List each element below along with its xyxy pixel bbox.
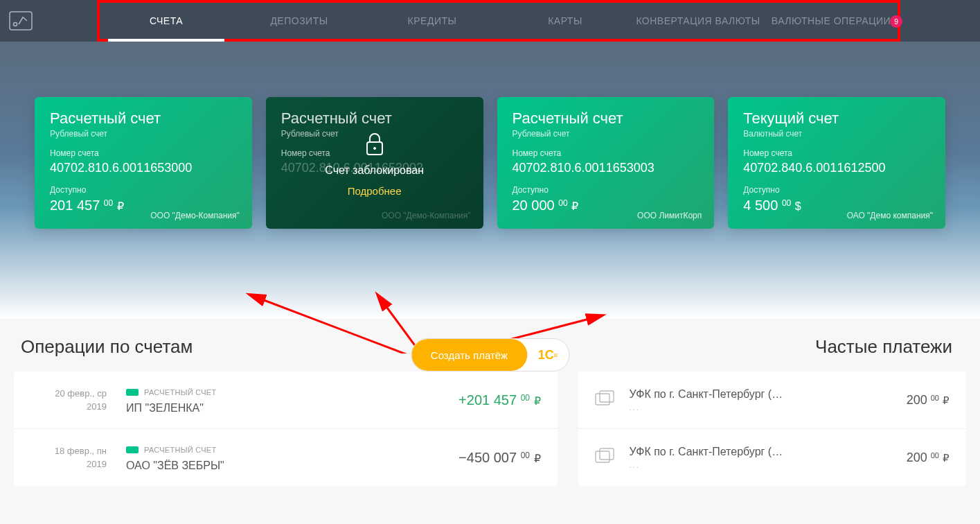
frequent-payee: УФК по г. Санкт-Петербург (… — [630, 446, 907, 458]
nav-currency-conversion[interactable]: КОНВЕРТАЦИЯ ВАЛЮТЫ — [632, 3, 765, 39]
account-number: 40702.810.6.0011653003 — [513, 161, 700, 175]
account-color-badge — [126, 389, 139, 396]
operation-account-type: РАСЧЕТНЫЙ СЧЕТ — [144, 446, 216, 454]
nav-deposits[interactable]: ДЕПОЗИТЫ — [233, 3, 366, 39]
frequent-column: Частые платежи УФК по г. Санкт-Петербург… — [578, 319, 966, 486]
account-company: ОАО "Демо компания" — [847, 211, 933, 220]
nav-cards[interactable]: КАРТЫ — [499, 3, 632, 39]
account-card-3[interactable]: Текущий счет Валютный счет Номер счета 4… — [728, 97, 945, 229]
nav-credits[interactable]: КРЕДИТЫ — [366, 3, 499, 39]
account-title: Расчетный счет — [513, 110, 700, 128]
account-subtitle: Валютный счет — [743, 129, 930, 139]
svg-rect-8 — [596, 394, 609, 405]
available-label: Доступно — [50, 185, 237, 195]
operation-account-type: РАСЧЕТНЫЙ СЧЕТ — [144, 388, 216, 396]
frequent-row[interactable]: УФК по г. Санкт-Петербург (… ... 200 00 … — [578, 429, 966, 486]
account-company: ООО ЛимитКорп — [637, 211, 702, 220]
available-label: Доступно — [743, 185, 930, 195]
account-subtitle: Рублевый счет — [513, 129, 700, 139]
frequent-row[interactable]: УФК по г. Санкт-Петербург (… ... 200 00 … — [578, 372, 966, 429]
operation-amount: −450 007 00 ₽ — [458, 450, 540, 466]
available-label: Доступно — [513, 185, 700, 195]
operation-row[interactable]: 18 февр., пн2019 РАСЧЕТНЫЙ СЧЕТ ОАО "ЗЁВ… — [14, 429, 558, 486]
svg-rect-9 — [600, 391, 614, 402]
blocked-overlay: Счет заблокирован Подробнее — [266, 97, 483, 229]
operation-counterparty: ИП "ЗЕЛЕНКА" — [126, 402, 458, 414]
operation-counterparty: ОАО "ЗЁВ ЗЕБРЫ" — [126, 460, 458, 472]
operation-info: РАСЧЕТНЫЙ СЧЕТ ОАО "ЗЁВ ЗЕБРЫ" — [107, 443, 458, 472]
nav-currency-ops[interactable]: ВАЛЮТНЫЕ ОПЕРАЦИИ — [765, 3, 898, 39]
account-company: ООО "Демо-Компания" — [150, 211, 240, 220]
operations-list: 20 февр., ср2019 РАСЧЕТНЫЙ СЧЕТ ИП "ЗЕЛЕ… — [14, 372, 558, 486]
account-color-badge — [126, 446, 139, 453]
account-subtitle: Рублевый счет — [50, 129, 237, 139]
account-card-1[interactable]: Расчетный счет Рублевый счет Номер счета… — [266, 97, 483, 229]
lock-icon — [360, 130, 389, 159]
account-cards-row: Расчетный счет Рублевый счет Номер счета… — [0, 97, 980, 229]
account-title: Расчетный счет — [50, 110, 237, 128]
create-payment-button[interactable]: Создать платёж — [411, 339, 527, 371]
frequent-amount: 200 00 ₽ — [907, 451, 950, 465]
account-number-label: Номер счета — [743, 148, 930, 158]
svg-point-3 — [373, 147, 375, 149]
frequent-amount: 200 00 ₽ — [907, 393, 950, 408]
operation-row[interactable]: 20 февр., ср2019 РАСЧЕТНЫЙ СЧЕТ ИП "ЗЕЛЕ… — [14, 372, 558, 429]
svg-rect-10 — [596, 451, 609, 462]
blocked-message: Счет заблокирован — [325, 164, 424, 177]
frequent-sub: ... — [630, 461, 907, 469]
payment-icon — [595, 390, 614, 410]
blocked-details-link[interactable]: Подробнее — [348, 185, 402, 197]
account-number-label: Номер счета — [513, 148, 700, 158]
svg-point-1 — [14, 23, 17, 26]
svg-rect-11 — [600, 448, 614, 460]
hero-area: Расчетный счет Рублевый счет Номер счета… — [0, 42, 980, 319]
operation-date: 20 февр., ср2019 — [30, 387, 107, 414]
top-navigation: СЧЕТА ДЕПОЗИТЫ КРЕДИТЫ КАРТЫ КОНВЕРТАЦИЯ… — [0, 0, 980, 42]
operation-amount: +201 457 00 ₽ — [458, 392, 540, 408]
operation-date: 18 февр., пн2019 — [30, 444, 107, 471]
frequent-list: УФК по г. Санкт-Петербург (… ... 200 00 … — [578, 372, 966, 486]
account-number: 40702.840.6.0011612500 — [743, 161, 930, 175]
notification-badge[interactable]: 9 — [890, 15, 902, 28]
frequent-info: УФК по г. Санкт-Петербург (… ... — [614, 388, 907, 412]
account-number-label: Номер счета — [50, 148, 237, 158]
create-payment-pill: Создать платёж 1C≡ — [411, 338, 569, 372]
account-number: 40702.810.6.0011653000 — [50, 161, 237, 175]
account-card-2[interactable]: Расчетный счет Рублевый счет Номер счета… — [497, 97, 715, 229]
account-title: Текущий счет — [743, 110, 930, 128]
frequent-info: УФК по г. Санкт-Петербург (… ... — [614, 446, 907, 469]
operation-info: РАСЧЕТНЫЙ СЧЕТ ИП "ЗЕЛЕНКА" — [107, 385, 458, 414]
frequent-sub: ... — [630, 403, 907, 412]
account-card-0[interactable]: Расчетный счет Рублевый счет Номер счета… — [35, 97, 252, 229]
nav-accounts[interactable]: СЧЕТА — [100, 3, 233, 39]
frequent-payee: УФК по г. Санкт-Петербург (… — [630, 388, 907, 401]
dashboard-icon[interactable] — [0, 0, 42, 42]
payment-icon — [595, 448, 614, 467]
main-nav: СЧЕТА ДЕПОЗИТЫ КРЕДИТЫ КАРТЫ КОНВЕРТАЦИЯ… — [97, 0, 900, 42]
frequent-title: Частые платежи — [585, 336, 952, 358]
1c-button[interactable]: 1C≡ — [527, 348, 569, 363]
